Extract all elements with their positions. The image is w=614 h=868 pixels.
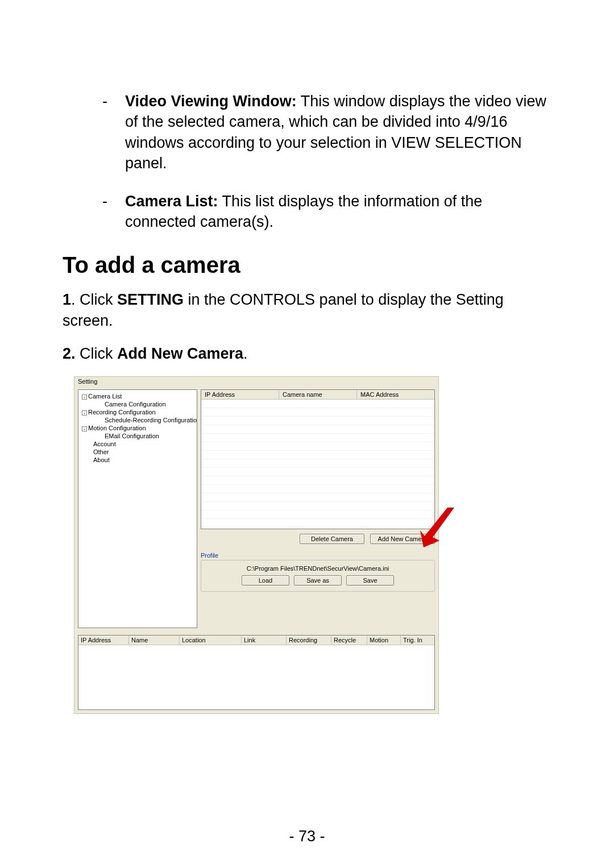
table-row xyxy=(201,451,434,459)
delete-camera-button[interactable]: Delete Camera xyxy=(300,534,364,544)
table-row xyxy=(201,476,434,485)
camera-buttons: Delete Camera Add New Camera xyxy=(201,534,435,544)
bullet-dash: - xyxy=(102,191,125,232)
column-header[interactable]: Link xyxy=(242,636,287,645)
profile-groupbox: C:\Program Files\TRENDnet\SecurView\Came… xyxy=(201,560,435,592)
red-arrow-annotation xyxy=(420,508,454,547)
column-header[interactable]: Trig. In xyxy=(401,636,434,645)
table-row xyxy=(201,519,434,528)
save-as-button[interactable]: Save as xyxy=(294,575,342,585)
settings-tree[interactable]: -Camera List Camera Configuration -Recor… xyxy=(78,389,197,628)
table-body xyxy=(201,400,434,529)
tree-leaf[interactable]: EMail Configuration xyxy=(80,432,196,440)
column-header[interactable]: Camera name xyxy=(279,390,357,399)
document-page: - Video Viewing Window: This window disp… xyxy=(0,0,614,868)
tree-label: Motion Configuration xyxy=(88,425,146,431)
column-header[interactable]: Recording xyxy=(287,636,331,645)
status-header-row: IP Address Name Location Link Recording … xyxy=(78,636,434,645)
step-bold: SETTING xyxy=(117,291,184,308)
column-header[interactable]: Recycle xyxy=(331,636,367,645)
step-text: . Click xyxy=(71,291,117,308)
bullet-item: - Video Viewing Window: This window disp… xyxy=(102,91,551,174)
save-button[interactable]: Save xyxy=(346,575,394,585)
profile-path: C:\Program Files\TRENDnet\SecurView\Came… xyxy=(206,565,430,572)
step-text: Click xyxy=(76,345,118,362)
section-heading: To add a camera xyxy=(63,252,551,278)
tree-node[interactable]: -Camera List xyxy=(80,392,196,400)
step-text: . xyxy=(243,345,248,362)
column-header[interactable]: MAC Address xyxy=(357,390,434,399)
window-body: -Camera List Camera Configuration -Recor… xyxy=(74,386,438,632)
table-row xyxy=(201,400,434,408)
right-panel: IP Address Camera name MAC Address xyxy=(201,389,435,628)
tree-node[interactable]: -Recording Configuration xyxy=(80,408,196,416)
column-header[interactable]: Name xyxy=(129,636,180,645)
tree-leaf[interactable]: Account xyxy=(80,440,196,448)
step-item: 2. Click Add New Camera. xyxy=(63,343,551,365)
collapse-icon[interactable]: - xyxy=(82,410,87,416)
table-row xyxy=(201,442,434,451)
step-bold: Add New Camera xyxy=(117,345,243,362)
profile-label: Profile xyxy=(201,552,435,559)
load-button[interactable]: Load xyxy=(242,575,289,585)
bullet-label: Camera List: xyxy=(125,193,218,210)
table-row xyxy=(201,459,434,468)
step-item: 1. Click SETTING in the CONTROLS panel t… xyxy=(63,289,551,333)
page-number: - 73 - xyxy=(0,828,614,845)
column-header[interactable]: Location xyxy=(180,636,242,645)
step-number: 2. xyxy=(63,345,76,362)
embedded-screenshot: Setting -Camera List Camera Configuratio… xyxy=(74,376,439,714)
tree-label: About xyxy=(93,456,110,463)
tree-label: EMail Configuration xyxy=(105,433,159,439)
svg-marker-0 xyxy=(420,508,454,547)
table-row xyxy=(201,485,434,493)
collapse-icon[interactable]: - xyxy=(82,394,87,400)
tree-leaf[interactable]: Other xyxy=(80,448,196,456)
column-header[interactable]: Motion xyxy=(367,636,401,645)
window-title: Setting xyxy=(74,377,438,386)
profile-section: Profile C:\Program Files\TRENDnet\SecurV… xyxy=(201,552,435,592)
table-row xyxy=(201,468,434,476)
tree-node[interactable]: -Motion Configuration xyxy=(80,424,196,432)
tree-label: Other xyxy=(93,448,109,455)
tree-label: Recording Configuration xyxy=(88,409,156,416)
status-table[interactable]: IP Address Name Location Link Recording … xyxy=(78,635,435,710)
bullet-text: Video Viewing Window: This window displa… xyxy=(125,91,551,174)
column-header[interactable]: IP Address xyxy=(201,390,279,399)
bullet-item: - Camera List: This list displays the in… xyxy=(102,191,551,232)
bullet-dash: - xyxy=(102,91,125,174)
bullet-label: Video Viewing Window: xyxy=(125,93,297,110)
tree-label: Account xyxy=(93,441,116,447)
bullet-text: Camera List: This list displays the info… xyxy=(125,191,551,232)
table-row xyxy=(201,434,434,442)
tree-leaf[interactable]: Schedule-Recording Configuration xyxy=(80,416,196,424)
tree-label: Schedule-Recording Configuration xyxy=(105,417,197,423)
tree-label: Camera Configuration xyxy=(105,401,166,408)
table-row xyxy=(201,502,434,510)
profile-buttons: Load Save as Save xyxy=(206,575,430,585)
collapse-icon[interactable]: - xyxy=(82,426,87,431)
step-number: 1 xyxy=(63,291,71,308)
table-header-row: IP Address Camera name MAC Address xyxy=(201,390,434,400)
table-row xyxy=(201,425,434,434)
column-header[interactable]: IP Address xyxy=(78,636,129,645)
camera-table[interactable]: IP Address Camera name MAC Address xyxy=(201,389,435,529)
table-row xyxy=(201,493,434,502)
table-row xyxy=(201,510,434,519)
tree-leaf[interactable]: Camera Configuration xyxy=(80,400,196,408)
tree-label: Camera List xyxy=(88,393,122,400)
table-row xyxy=(201,408,434,417)
table-row xyxy=(201,417,434,425)
tree-leaf[interactable]: About xyxy=(80,456,196,464)
